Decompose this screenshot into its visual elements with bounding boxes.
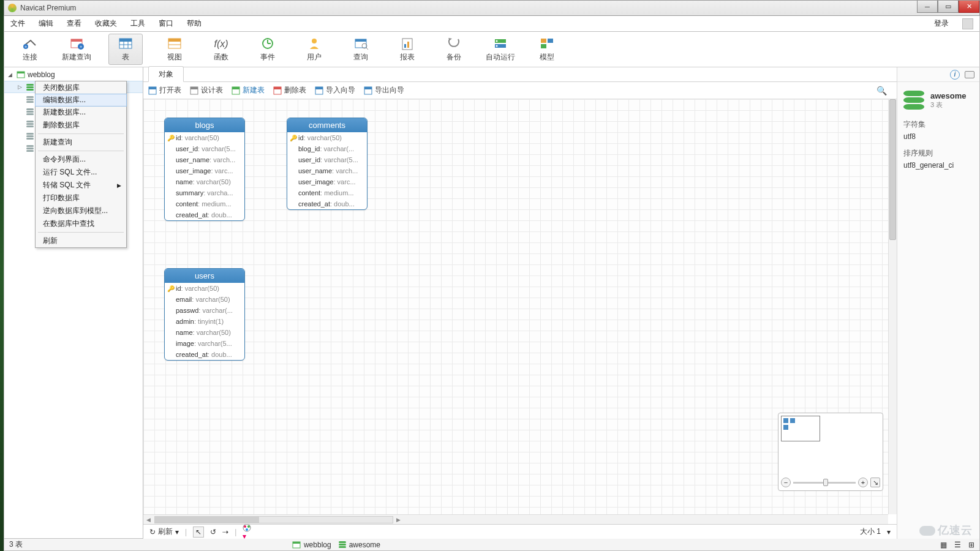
erd-column[interactable]: user_image: varc...	[287, 176, 367, 187]
action-导出向导[interactable]: 导出向导	[364, 85, 404, 96]
erd-column[interactable]: created_at: doub...	[165, 349, 244, 360]
erd-column[interactable]: email: varchar(50)	[165, 294, 244, 305]
erd-column[interactable]: content: medium...	[165, 198, 244, 209]
erd-column[interactable]: name: varchar(50)	[165, 327, 244, 338]
ctx-删除数据库[interactable]: 删除数据库	[36, 119, 126, 132]
erd-table-users[interactable]: users🔑id: varchar(50)email: varchar(50)p…	[164, 268, 245, 361]
tree-connection[interactable]: ◢ webblog	[4, 69, 143, 81]
toolbar-事件[interactable]: 事件	[253, 36, 282, 62]
ctx-命令列界面...[interactable]: 命令列界面...	[36, 153, 126, 166]
toolbar-视图[interactable]: 视图	[160, 36, 189, 62]
action-新建表[interactable]: 新建表	[232, 85, 265, 96]
ctx-新建数据库...[interactable]: 新建数据库...	[36, 106, 126, 119]
close-button[interactable]: ✕	[959, 1, 979, 13]
ddl-icon[interactable]	[965, 71, 974, 78]
ctx-逆向数据库到模型...[interactable]: 逆向数据库到模型...	[36, 204, 126, 217]
ctx-在数据库中查找[interactable]: 在数据库中查找	[36, 217, 126, 230]
toolbar-新建查询[interactable]: +新建查询	[62, 36, 91, 62]
toolbar-报表[interactable]: 报表	[393, 36, 422, 62]
tab-objects[interactable]: 对象	[148, 66, 184, 82]
avatar-icon[interactable]	[962, 18, 973, 29]
size-dropdown-icon[interactable]: ▾	[887, 528, 891, 536]
erd-table-comments[interactable]: comments🔑id: varchar(50)blog_id: varchar…	[287, 118, 368, 210]
action-删除表[interactable]: 删除表	[273, 85, 306, 96]
toolbar-函数[interactable]: f(x)函数	[206, 36, 236, 62]
action-打开表[interactable]: 打开表	[148, 85, 181, 96]
svg-rect-40	[232, 87, 239, 89]
grid-view-icon[interactable]: ▦	[940, 541, 947, 549]
svg-rect-7	[119, 39, 132, 42]
menu-favorites[interactable]: 收藏夹	[95, 18, 117, 29]
erd-column[interactable]: 🔑id: varchar(50)	[165, 283, 244, 294]
toolbar-模型[interactable]: 模型	[532, 36, 562, 62]
ctx-打印数据库[interactable]: 打印数据库	[36, 192, 126, 204]
erd-column[interactable]: 🔑id: varchar(50)	[287, 132, 367, 143]
menu-edit[interactable]: 编辑	[39, 18, 53, 29]
vertical-scrollbar[interactable]	[888, 99, 897, 514]
erd-canvas[interactable]: blogs🔑id: varchar(50)user_id: varchar(5.…	[143, 99, 888, 514]
link-tool-icon[interactable]: ⇢	[222, 528, 228, 536]
refresh-button[interactable]: ↻刷新 ▾	[149, 527, 179, 537]
erd-column[interactable]: user_image: varc...	[165, 165, 244, 176]
erd-column[interactable]: user_name: varch...	[165, 154, 244, 165]
detail-view-icon[interactable]: ⊞	[968, 541, 974, 549]
toolbar-查询[interactable]: 查询	[346, 36, 375, 62]
action-设计表[interactable]: 设计表	[190, 85, 223, 96]
ctx-刷新[interactable]: 刷新	[36, 234, 126, 247]
toolbar-备份[interactable]: 备份	[439, 36, 469, 62]
search-icon[interactable]: 🔍	[876, 86, 887, 96]
erd-column[interactable]: user_id: varchar(5...	[287, 154, 367, 165]
toolbar-连接[interactable]: +连接	[15, 36, 45, 62]
status-database[interactable]: awesome	[339, 541, 380, 549]
login-link[interactable]: 登录	[934, 18, 949, 29]
toolbar-icon	[306, 36, 322, 51]
info-icon[interactable]: i	[950, 70, 960, 80]
ctx-运行 SQL 文件...[interactable]: 运行 SQL 文件...	[36, 166, 126, 179]
toolbar-icon	[260, 36, 276, 51]
navigator-minimap[interactable]: − + ↘	[778, 413, 883, 491]
erd-table-blogs[interactable]: blogs🔑id: varchar(50)user_id: varchar(5.…	[164, 118, 245, 221]
color-tool-icon[interactable]: ▾	[243, 523, 251, 541]
erd-column[interactable]: image: varchar(5...	[165, 338, 244, 349]
ctx-新建查询[interactable]: 新建查询	[36, 136, 126, 149]
menubar: 文件 编辑 查看 收藏夹 工具 窗口 帮助 登录	[4, 16, 980, 32]
erd-column[interactable]: created_at: doub...	[165, 209, 244, 220]
zoom-slider[interactable]	[793, 482, 856, 484]
minimize-button[interactable]: ─	[917, 1, 938, 13]
refresh-icon: ↻	[149, 528, 156, 536]
toolbar-用户[interactable]: 用户	[300, 36, 329, 62]
ctx-编辑数据库...[interactable]: 编辑数据库...	[35, 94, 127, 107]
list-view-icon[interactable]: ☰	[954, 541, 961, 549]
toolbar-自动运行[interactable]: 自动运行	[486, 36, 515, 62]
erd-column[interactable]: summary: varcha...	[165, 187, 244, 198]
menu-window[interactable]: 窗口	[159, 18, 173, 29]
erd-column[interactable]: name: varchar(50)	[165, 176, 244, 187]
status-connection[interactable]: webblog	[292, 541, 331, 549]
erd-column[interactable]: content: medium...	[287, 187, 367, 198]
erd-column[interactable]: blog_id: varchar(...	[287, 143, 367, 154]
erd-column[interactable]: passwd: varchar(...	[165, 305, 244, 316]
menu-help[interactable]: 帮助	[187, 18, 202, 29]
maximize-button[interactable]: ▭	[938, 1, 959, 13]
zoom-fit-button[interactable]: ↘	[870, 478, 880, 487]
svg-rect-30	[541, 39, 546, 43]
erd-column[interactable]: user_name: varch...	[287, 165, 367, 176]
menu-file[interactable]: 文件	[10, 18, 25, 29]
erd-column[interactable]: 🔑id: varchar(50)	[165, 132, 244, 143]
zoom-in-button[interactable]: +	[858, 478, 868, 487]
zoom-out-button[interactable]: −	[781, 478, 791, 487]
action-导入向导[interactable]: 导入向导	[315, 85, 355, 96]
hand-tool-icon[interactable]: ↺	[210, 528, 216, 536]
pointer-tool-icon[interactable]: ↖	[193, 527, 204, 538]
horizontal-scrollbar[interactable]: ◀▶	[143, 514, 888, 524]
erd-column[interactable]: admin: tinyint(1)	[165, 316, 244, 327]
erd-column[interactable]: created_at: doub...	[287, 198, 367, 209]
ctx-关闭数据库[interactable]: 关闭数据库	[36, 81, 126, 94]
toolbar-icon	[167, 36, 183, 51]
tabbar: 对象	[143, 67, 897, 82]
ctx-转储 SQL 文件[interactable]: 转储 SQL 文件▶	[36, 179, 126, 192]
menu-view[interactable]: 查看	[67, 18, 81, 29]
toolbar-表[interactable]: 表	[108, 34, 143, 65]
menu-tools[interactable]: 工具	[130, 18, 145, 29]
erd-column[interactable]: user_id: varchar(5...	[165, 143, 244, 154]
